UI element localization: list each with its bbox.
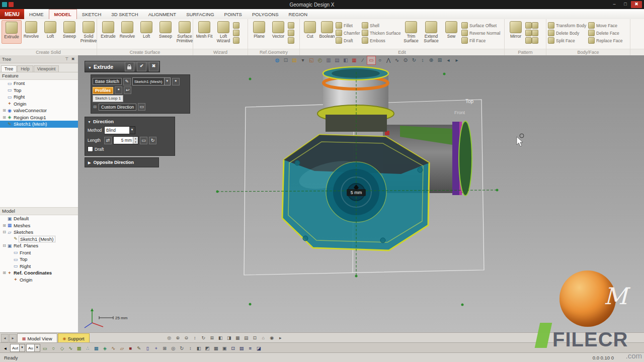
replace-face-button[interactable]: Replace Face	[588, 37, 625, 44]
line-tool-icon[interactable]: ∕	[359, 56, 367, 64]
pan-view-icon[interactable]: ↕	[419, 56, 427, 64]
sew-button[interactable]: Sew	[441, 20, 461, 44]
view-left-icon[interactable]: ◧	[217, 334, 224, 342]
flip-direction-icon[interactable]	[104, 137, 112, 144]
circle-tool-icon[interactable]: ○	[376, 56, 384, 64]
extrude-solid-button[interactable]: Extrude	[2, 20, 22, 44]
pattern-option-icon[interactable]	[532, 37, 538, 44]
print-icon[interactable]: ▥	[325, 56, 333, 64]
quick-extrude-icon[interactable]: ◱	[307, 56, 315, 64]
accept-button[interactable]	[137, 62, 146, 71]
palette-dropdown-icon[interactable]: ▾	[299, 56, 307, 64]
model-item-meshes[interactable]: ⊞ ▦ Meshes	[0, 222, 78, 229]
filter-sketch-icon[interactable]: ✎	[135, 344, 143, 352]
rotate-view-icon[interactable]: ↻	[410, 56, 418, 64]
view-front-icon[interactable]: ◧	[195, 344, 203, 352]
mesh-toggle-icon[interactable]: ▦	[234, 334, 242, 342]
extend-surface-button[interactable]: Extend Surface	[421, 20, 441, 44]
surface-primitive-button[interactable]: Surface Primitive	[175, 20, 194, 44]
display-palette-icon[interactable]: ▤	[290, 56, 298, 64]
revolve-surface-button[interactable]: Revolve	[118, 20, 137, 44]
chevron-down-icon[interactable]	[19, 344, 25, 351]
collapse-icon[interactable]	[93, 105, 97, 109]
solid-primitive-button[interactable]: Solid Primitive	[79, 20, 98, 44]
snapshot-icon[interactable]: ⊡	[282, 56, 290, 64]
zoom-tool-icon[interactable]: ◎	[166, 334, 173, 342]
reverse-normal-button[interactable]: Reverse Normal	[461, 30, 499, 36]
view-globe-icon[interactable]: ◍	[273, 56, 281, 64]
model-item-sketch1[interactable]: ✎ Sketch1 (Mesh)	[0, 236, 78, 243]
scroll-tabs-right-icon[interactable]	[9, 334, 17, 342]
rectangle-tool-icon[interactable]: ▭	[367, 56, 375, 64]
mirror-button[interactable]: Mirror	[506, 20, 525, 39]
tree-item-top[interactable]: ▭ Top	[0, 87, 78, 94]
extrude-surface-button[interactable]: Extrude	[99, 20, 118, 44]
screen-capture-icon[interactable]: ⊡	[229, 344, 237, 352]
split-view-icon[interactable]: ◧	[342, 56, 350, 64]
tab-points[interactable]: POINTS	[219, 9, 247, 19]
split-face-button[interactable]: Split Face	[548, 37, 588, 44]
thicken-surface-button[interactable]: Thicken Surface	[362, 30, 401, 36]
sweep-solid-button[interactable]: Sweep	[60, 20, 79, 44]
lock-icon[interactable]	[125, 62, 134, 71]
delete-body-button[interactable]: Delete Body	[548, 30, 588, 36]
viewport-3d[interactable]: Top Front	[78, 55, 644, 332]
select-freeform-icon[interactable]: ∿	[67, 344, 74, 352]
select-tool-icon[interactable]: ⊙	[401, 56, 410, 64]
model-item-ref-coordinates[interactable]: ⊞ + Ref. Coordinates	[0, 269, 78, 277]
emboss-button[interactable]: Emboss	[362, 37, 401, 44]
draft-checkbox[interactable]	[88, 146, 93, 152]
tab-3d-sketch[interactable]: 3D SKETCH	[106, 9, 143, 19]
menu-button[interactable]: MENU	[0, 9, 24, 19]
chevron-down-icon[interactable]	[34, 344, 40, 351]
fit-view-icon[interactable]: ⊞	[436, 56, 444, 64]
selection-filter-select[interactable]: Au	[26, 344, 40, 352]
wizard-option-icon[interactable]	[233, 22, 239, 29]
filter-mesh-icon[interactable]: ▦	[93, 344, 100, 352]
measure-icon[interactable]: ≡	[247, 344, 254, 352]
filter-point-icon[interactable]: ∴	[84, 344, 92, 352]
tree-item-origin[interactable]: + Orig​in	[0, 101, 78, 108]
model-item-default[interactable]: ▣ Default	[0, 215, 78, 222]
revolve-solid-button[interactable]: Revolve	[22, 20, 41, 44]
base-sketch-chip[interactable]: Base Sketch	[93, 78, 122, 85]
move-face-button[interactable]: Move Face	[588, 22, 625, 29]
tree-item-valveconnector[interactable]: ⊞ ◉ valveConnector	[0, 107, 78, 114]
home-view-icon[interactable]: ⌂	[260, 334, 267, 342]
draft-button[interactable]: Draft	[336, 37, 362, 44]
pattern-option-icon[interactable]	[525, 22, 532, 29]
filter-surface-icon[interactable]: ▱	[118, 344, 126, 352]
zoom-fit-icon[interactable]: ⊞	[161, 344, 169, 352]
base-sketch-select[interactable]: Sketch1 (Mesh)	[132, 77, 171, 85]
vector-button[interactable]: Vector	[269, 20, 288, 39]
pattern-option-icon[interactable]	[525, 30, 532, 36]
new-selection-icon[interactable]	[172, 78, 180, 85]
chevron-down-icon[interactable]	[164, 78, 170, 85]
select-rectangle-icon[interactable]: ▭	[41, 344, 49, 352]
shell-button[interactable]: Shell	[362, 22, 401, 29]
add-selection-icon[interactable]	[115, 86, 122, 94]
surface-offset-button[interactable]: Surface Offset	[461, 22, 499, 29]
copy-view-icon[interactable]: ⊡	[251, 334, 259, 342]
polyline-tool-icon[interactable]: ⋀	[384, 56, 392, 64]
model-item-right[interactable]: ▭ Right	[0, 263, 78, 270]
loft-solid-button[interactable]: Loft	[41, 20, 60, 44]
selection-mode-select[interactable]: Aut	[10, 344, 25, 352]
rotate-option-icon[interactable]	[149, 137, 156, 144]
tree-item-region-group1[interactable]: ⊞ ◈ Region Group1	[0, 114, 78, 121]
length-input[interactable]: 5 mm	[113, 136, 138, 144]
opposite-direction-section[interactable]: Opposite Direction	[85, 157, 159, 167]
section-view-icon[interactable]: ◪	[255, 344, 263, 352]
tree-item-right[interactable]: ▭ Right	[0, 94, 78, 101]
plane-button[interactable]: Plane	[250, 20, 269, 39]
model-item-top[interactable]: ▭ Top	[0, 256, 78, 263]
ref-geometry-option-icon[interactable]	[288, 22, 294, 29]
direction-pick-icon[interactable]	[138, 103, 145, 111]
tab-sketch[interactable]: SKETCH	[77, 9, 107, 19]
tab-viewpoint[interactable]: Viewpoint	[34, 65, 59, 72]
mesh-fit-button[interactable]: Mesh Fit	[195, 20, 214, 44]
tree-item-sketch1[interactable]: ✎ Sketch1 (Mesh)	[0, 121, 78, 128]
wizard-option-icon[interactable]	[233, 30, 239, 36]
tab-tree[interactable]: Tree	[1, 65, 17, 72]
select-polygon-icon[interactable]: ◇	[58, 344, 66, 352]
